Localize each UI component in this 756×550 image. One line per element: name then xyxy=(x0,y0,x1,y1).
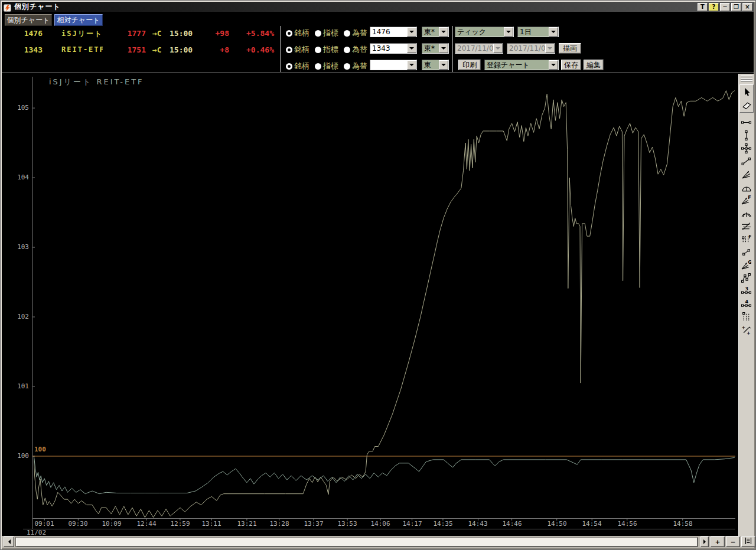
radio-symbol[interactable] xyxy=(286,63,292,70)
gann-fan-tool-button[interactable]: G xyxy=(739,258,753,271)
dropdown-arrow-icon[interactable] xyxy=(549,60,558,70)
dropdown-arrow-icon[interactable] xyxy=(407,44,416,53)
price-change: +8 xyxy=(195,45,229,54)
save-button[interactable]: 保存 xyxy=(561,60,581,70)
dropdown-arrow-icon xyxy=(545,44,555,53)
eraser-tool-button[interactable] xyxy=(740,99,754,112)
edit-button[interactable]: 編集 xyxy=(584,60,604,70)
dropdown-arrow-icon[interactable] xyxy=(439,44,448,53)
date-from-combo: 2017/11/02 xyxy=(455,43,503,54)
market-combo-1[interactable]: 東* xyxy=(422,27,449,37)
radio-indicator[interactable] xyxy=(315,63,321,70)
scrollbar-thumb[interactable] xyxy=(16,538,698,546)
market-combo-3[interactable]: 東 xyxy=(422,60,449,70)
dropdown-arrow-icon[interactable] xyxy=(439,60,448,70)
quote-row: 1476 iSJリート 1777 →C 15:00 +98 +5.84% xyxy=(0,29,278,39)
registered-chart-value: 登録チャート xyxy=(485,60,549,70)
help-button[interactable]: ? xyxy=(709,3,719,11)
zoom-in-button[interactable]: + xyxy=(711,536,725,547)
svg-text:F: F xyxy=(748,234,751,240)
vertical-line-tool-button[interactable] xyxy=(739,129,753,142)
scale-icon xyxy=(744,537,752,545)
quote-row: 1343 REIT-ETF 1751 →C 15:00 +8 +0.46% xyxy=(0,45,278,55)
dropdown-arrow-icon[interactable] xyxy=(407,60,416,70)
symbol-combo-3[interactable] xyxy=(370,60,417,70)
source-radio-row: 銘柄 指標 為替 xyxy=(286,45,369,54)
minimize-button[interactable]: ─ xyxy=(720,3,730,11)
dropdown-arrow-icon[interactable] xyxy=(439,27,448,37)
pointer-tool-button[interactable] xyxy=(740,86,754,99)
x-axis-label: 14:56 xyxy=(614,520,640,528)
close-button[interactable]: × xyxy=(742,3,752,11)
chart-panel[interactable]: iSJリート REIT-ETF 100 11/02 10010110210310… xyxy=(2,74,738,536)
trendline-icon xyxy=(741,117,751,127)
scroll-right-button[interactable] xyxy=(700,536,709,547)
radio-symbol[interactable] xyxy=(286,47,292,53)
speed-arc-tool-button[interactable] xyxy=(739,181,753,194)
x-axis-label: 13:11 xyxy=(198,520,224,528)
four-point-line-icon: 4 xyxy=(741,299,751,309)
timezone-lines-icon xyxy=(741,312,751,322)
period-combo[interactable]: 1日 xyxy=(517,27,559,37)
fan-lines-tool-button[interactable] xyxy=(739,168,753,181)
text-size-button[interactable]: T xyxy=(698,3,708,11)
scrollbar-track[interactable] xyxy=(15,537,698,547)
scroll-left-button[interactable] xyxy=(4,536,14,547)
radio-forex[interactable] xyxy=(344,47,350,53)
session-flag: →C xyxy=(152,45,169,54)
dropdown-arrow-icon[interactable] xyxy=(504,27,513,37)
source-radio-row: 銘柄 指標 為替 xyxy=(286,61,369,71)
zigzag-tool-button[interactable] xyxy=(739,271,753,284)
y-axis-label: 101 xyxy=(3,382,29,390)
cross-line-icon xyxy=(741,143,751,153)
fibonacci-fan-tool-button[interactable]: F xyxy=(739,194,753,207)
divider xyxy=(2,73,754,73)
horizontal-scrollbar: + − xyxy=(2,536,754,548)
radio-forex[interactable] xyxy=(344,63,350,70)
radio-indicator[interactable] xyxy=(315,30,321,37)
three-point-line-icon: 3 xyxy=(741,286,751,296)
draw-button[interactable]: 描画 xyxy=(559,43,581,54)
x-axis-label: 13:53 xyxy=(334,520,360,528)
app-lightning-icon xyxy=(4,3,11,11)
radio-forex-label: 為替 xyxy=(352,29,367,37)
tab-individual-chart[interactable]: 個別チャート xyxy=(5,14,52,26)
four-point-line-tool-button[interactable]: 4 xyxy=(739,297,753,310)
symbol-combo-2[interactable]: 1343 xyxy=(370,43,417,54)
interval-combo[interactable]: ティック xyxy=(455,27,514,37)
quote-time: 15:00 xyxy=(170,45,195,54)
restore-button[interactable]: ❐ xyxy=(731,3,741,11)
titlebar: 個別チャート T ? ─ ❐ × xyxy=(2,2,754,12)
cross-line-tool-button[interactable] xyxy=(739,142,753,155)
segment-tool-button[interactable] xyxy=(739,155,753,168)
baseline-label: 100 xyxy=(34,446,46,453)
market-combo-2[interactable]: 東* xyxy=(422,43,449,54)
parallel-lines-tool-button[interactable] xyxy=(739,220,753,233)
radio-forex[interactable] xyxy=(344,30,350,37)
annotation-tool-button[interactable]: ++ xyxy=(739,323,753,336)
trendline-tool-button[interactable] xyxy=(739,116,753,129)
print-button[interactable]: 印刷 xyxy=(458,60,481,70)
dropdown-arrow-icon[interactable] xyxy=(549,27,558,37)
market-value: 東 xyxy=(422,60,439,70)
symbol-combo-1[interactable]: 1476 xyxy=(370,27,417,37)
date-to-value: 2017/11/02 xyxy=(507,44,545,53)
radio-symbol[interactable] xyxy=(286,30,292,37)
fibonacci-timezone-tool-button[interactable]: F xyxy=(739,233,753,245)
scale-menu-button[interactable] xyxy=(741,536,755,547)
short-segment-tool-button[interactable] xyxy=(739,245,753,258)
registered-chart-combo[interactable]: 登録チャート xyxy=(484,60,559,70)
zoom-out-button[interactable]: − xyxy=(726,536,740,547)
radio-indicator[interactable] xyxy=(315,47,321,53)
fibonacci-arc-icon xyxy=(741,208,751,218)
parallel-lines-icon xyxy=(741,221,751,231)
dropdown-arrow-icon[interactable] xyxy=(407,27,416,37)
x-axis-label: 09:30 xyxy=(65,520,91,528)
timezone-lines-tool-button[interactable] xyxy=(739,310,753,323)
source-radio-row: 銘柄 指標 為替 xyxy=(286,28,369,38)
tab-relative-chart[interactable]: 相対チャート xyxy=(54,14,103,26)
three-point-line-tool-button[interactable]: 3 xyxy=(739,284,753,297)
market-value: 東* xyxy=(422,44,439,53)
toolbar-grip[interactable] xyxy=(741,76,752,82)
fibonacci-arc-tool-button[interactable] xyxy=(739,207,753,220)
